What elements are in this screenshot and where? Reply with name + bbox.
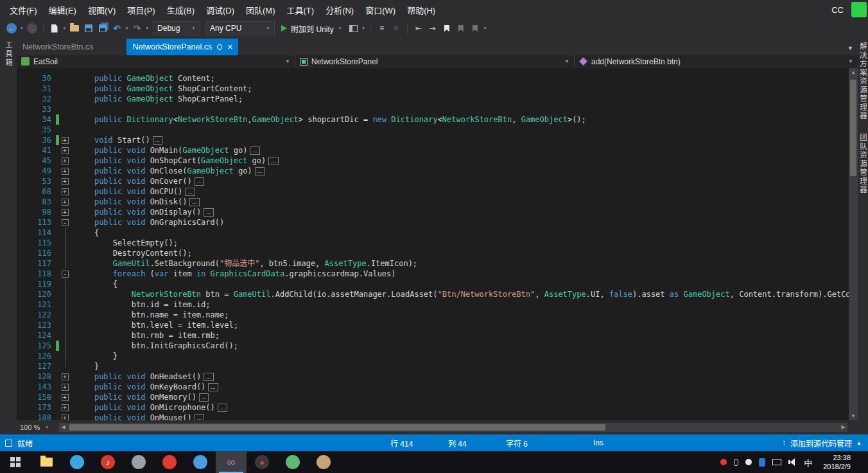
menu-item-view[interactable]: 视图(V) <box>82 1 121 19</box>
code-text[interactable]: public GameObject Content; <box>71 73 215 84</box>
code-line-123[interactable]: 123 btn.level = item.level; <box>17 320 849 330</box>
collapsed-region-badge[interactable]: ... <box>195 414 205 420</box>
record-tray-icon[interactable] <box>720 459 727 465</box>
pin-icon[interactable] <box>216 43 223 50</box>
undo-dropdown[interactable]: ▾ <box>125 26 130 31</box>
code-line-118[interactable]: 118- foreach (var item in GraphicsCardDa… <box>17 269 849 279</box>
code-text[interactable]: } <box>71 351 117 361</box>
code-text[interactable]: public void OnMouse()... <box>71 413 204 420</box>
code-text[interactable]: public void OnCover()... <box>71 176 204 186</box>
save-all-button[interactable] <box>96 21 109 35</box>
expand-region-icon[interactable]: + <box>62 415 69 421</box>
clock[interactable]: 23:38 2018/2/9 <box>819 453 855 472</box>
code-text[interactable]: public GameObject ShopCartPanel; <box>71 94 243 104</box>
collapsed-region-badge[interactable]: ... <box>153 136 163 145</box>
toolbar-dropdown[interactable]: ▾ <box>361 26 366 31</box>
code-line-32[interactable]: 32 public GameObject ShopCartPanel; <box>17 94 849 104</box>
code-line-119[interactable]: 119 { <box>17 279 849 289</box>
code-text[interactable]: btn.level = item.level; <box>71 320 238 330</box>
code-line-36[interactable]: 36+ void Start()... <box>17 135 849 145</box>
code-line-68[interactable]: 68+ public void OnCPU()... <box>17 186 849 197</box>
code-text[interactable]: GameUtil.SetBackground("物品选中", btn5.imag… <box>71 258 417 269</box>
code-line-117[interactable]: 117 GameUtil.SetBackground("物品选中", btn5.… <box>17 258 849 269</box>
new-file-dropdown[interactable]: ▾ <box>62 26 67 31</box>
expand-region-icon[interactable]: + <box>62 188 69 195</box>
collapse-region-icon[interactable]: - <box>62 219 69 226</box>
comment-button[interactable]: ≡ <box>376 21 388 35</box>
menu-item-debug[interactable]: 调试(D) <box>200 1 240 19</box>
code-line-116[interactable]: 116 DestroyContent(); <box>17 248 849 258</box>
bluetooth-icon[interactable] <box>759 458 765 467</box>
code-text[interactable]: public void OnDisplay()... <box>71 207 214 217</box>
open-file-button[interactable] <box>68 21 81 35</box>
project-dropdown[interactable]: EatSoil ▼ <box>17 55 295 67</box>
taskbar-browser-icon[interactable] <box>62 451 92 473</box>
code-line-83[interactable]: 83+ public void OnDisk()... <box>17 197 849 207</box>
toggle-bookmark-button[interactable] <box>440 21 453 35</box>
menu-item-file[interactable]: 文件(F) <box>4 1 43 19</box>
code-text[interactable]: public void OnCPU()... <box>71 186 195 197</box>
code-text[interactable]: btn.rmb = item.rmb; <box>71 330 220 341</box>
collapsed-region-badge[interactable]: ... <box>204 208 214 217</box>
app-tray-icon[interactable] <box>745 459 752 465</box>
collapse-region-icon[interactable]: - <box>62 271 69 278</box>
expand-region-icon[interactable]: + <box>62 157 69 165</box>
expand-region-icon[interactable]: + <box>62 178 69 185</box>
taskbar-netease-music-icon[interactable]: ♪ <box>92 451 123 473</box>
code-line-127[interactable]: 127 } <box>17 361 849 371</box>
code-text[interactable]: SelectEmpty(); <box>71 238 178 248</box>
collapsed-region-badge[interactable]: ... <box>268 157 279 165</box>
menu-item-project[interactable]: 项目(P) <box>121 1 161 19</box>
menu-item-window[interactable]: 窗口(W) <box>360 1 401 19</box>
code-line-45[interactable]: 45+ public void OnShopCart(GameObject go… <box>17 156 849 166</box>
code-text[interactable]: NetworkStoreBtn btn = GameUtil.AddChild(… <box>71 289 849 299</box>
uncomment-button[interactable]: ≡ <box>390 21 403 35</box>
code-text[interactable]: public void OnKeyBoard()... <box>71 382 218 392</box>
scroll-down-arrow[interactable]: ▼ <box>849 412 858 420</box>
tab-networkstorebtn[interactable]: NetworkStoreBtn.cs <box>17 39 126 55</box>
volume-icon[interactable] <box>788 458 797 466</box>
display-tray-icon[interactable] <box>772 459 781 465</box>
close-icon[interactable]: × <box>227 42 232 51</box>
code-text[interactable] <box>71 125 76 135</box>
menu-item-team[interactable]: 团队(M) <box>240 1 281 19</box>
expand-region-icon[interactable]: + <box>62 137 69 144</box>
code-line-158[interactable]: 158+ public void OnMemory()... <box>17 392 849 402</box>
code-area[interactable]: 30 public GameObject Content;31 public G… <box>17 68 849 420</box>
code-line-188[interactable]: 188+ public void OnMouse()... <box>17 413 849 420</box>
code-line-121[interactable]: 121 btn.id = item.id; <box>17 299 849 310</box>
code-line-35[interactable]: 35 <box>17 125 849 135</box>
vertical-scroll-thumb[interactable] <box>850 80 856 176</box>
scroll-up-arrow[interactable]: ▲ <box>849 68 858 76</box>
code-line-114[interactable]: 114 { <box>17 228 849 238</box>
collapsed-region-badge[interactable]: ... <box>195 177 205 186</box>
undo-button[interactable]: ↶ <box>110 21 123 35</box>
menu-item-analyze[interactable]: 分析(N) <box>320 1 360 19</box>
expand-region-icon[interactable]: + <box>62 404 69 411</box>
code-text[interactable]: foreach (var item in GraphicsCardData.gr… <box>71 269 396 279</box>
scroll-right-arrow[interactable]: ▶ <box>839 423 847 432</box>
code-line-122[interactable]: 122 btn.name = item.name; <box>17 310 849 320</box>
collapsed-region-badge[interactable]: ... <box>255 167 265 175</box>
code-text[interactable]: DestroyContent(); <box>71 248 192 258</box>
green-app-icon[interactable] <box>851 2 867 17</box>
taskbar-wechat-icon[interactable] <box>277 451 308 473</box>
code-line-124[interactable]: 124 btn.rmb = item.rmb; <box>17 330 849 341</box>
code-line-30[interactable]: 30 public GameObject Content; <box>17 73 849 84</box>
attach-to-unity-button[interactable]: 附加到 Unity ▾ <box>278 21 345 35</box>
redo-dropdown[interactable]: ▾ <box>145 26 150 31</box>
navigate-backward-button[interactable]: ← <box>5 21 18 35</box>
taskbar-opera-icon[interactable] <box>154 451 185 473</box>
code-text[interactable]: btn.id = item.id; <box>71 299 211 310</box>
collapsed-region-badge[interactable]: ... <box>185 188 195 196</box>
scroll-left-arrow[interactable]: ◀ <box>59 423 67 432</box>
collapsed-region-badge[interactable]: ... <box>208 383 218 391</box>
mouse-tray-icon[interactable] <box>734 459 738 466</box>
solution-platform-dropdown[interactable]: Any CPU▾ <box>205 21 275 35</box>
navigate-forward-button[interactable]: → <box>26 21 39 35</box>
horizontal-scroll-thumb[interactable] <box>69 424 605 431</box>
code-text[interactable]: } <box>71 361 99 371</box>
code-line-98[interactable]: 98+ public void OnDisplay()... <box>17 207 849 217</box>
horizontal-scrollbar[interactable]: ◀ ▶ <box>59 423 847 432</box>
code-text[interactable]: btn.name = item.name; <box>71 310 229 320</box>
